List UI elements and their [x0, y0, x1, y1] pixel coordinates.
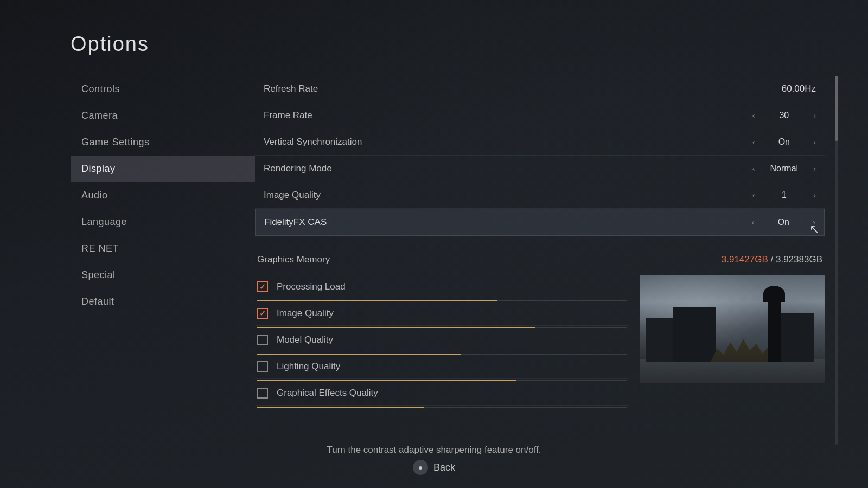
preview-image [640, 275, 825, 383]
fidelityfx-cas-value: On [762, 217, 805, 227]
sidebar-item-default[interactable]: Default [71, 288, 255, 315]
checkbox-lighting-quality[interactable] [257, 361, 268, 372]
vegetation [711, 329, 776, 362]
bar-container-image-quality [255, 327, 629, 328]
checkbox-graphical-effects[interactable] [257, 388, 268, 399]
vertical-sync-row: Vertical Synchronization ‹ On › [255, 129, 825, 156]
sidebar-item-controls[interactable]: Controls [71, 76, 255, 102]
bar-container-processing-load [255, 300, 629, 301]
checkbox-model-quality[interactable] [257, 335, 268, 345]
vertical-sync-control: ‹ On › [707, 137, 816, 147]
sidebar-item-camera[interactable]: Camera [71, 102, 255, 129]
graphics-memory-row: Graphics Memory 3.91427GB / 3.92383GB [255, 249, 825, 271]
sidebar-item-audio[interactable]: Audio [71, 182, 255, 209]
checkbox-image-quality[interactable] [257, 308, 268, 319]
frame-rate-control: ‹ 30 › [707, 111, 816, 120]
bar-container-graphical-effects [255, 407, 629, 408]
checkbox-row-model-quality[interactable]: Model Quality [255, 328, 629, 352]
rendering-mode-row: Rendering Mode ‹ Normal › [255, 156, 825, 182]
sidebar-item-display[interactable]: Display [71, 156, 255, 182]
figure-silhouette [768, 297, 781, 362]
frame-rate-left-chevron[interactable]: ‹ [752, 111, 755, 120]
checkbox-processing-load[interactable] [257, 281, 268, 292]
vertical-sync-value: On [762, 137, 806, 147]
image-quality-label: Image Quality [264, 190, 707, 201]
memory-used: 3.91427GB [722, 254, 768, 265]
memory-separator: / [771, 254, 776, 265]
sidebar-item-re-net[interactable]: RE NET [71, 235, 255, 262]
checkbox-row-graphical-effects[interactable]: Graphical Effects Quality [255, 381, 629, 406]
checkbox-row-lighting-quality[interactable]: Lighting Quality [255, 355, 629, 379]
sidebar-item-game-settings[interactable]: Game Settings [71, 129, 255, 156]
checkbox-label-lighting-quality: Lighting Quality [277, 361, 627, 372]
vertical-sync-left-chevron[interactable]: ‹ [752, 138, 755, 146]
sidebar-item-language[interactable]: Language [71, 209, 255, 235]
sidebar-item-special[interactable]: Special [71, 262, 255, 288]
checkbox-row-image-quality[interactable]: Image Quality [255, 301, 629, 326]
bar-container-lighting-quality [255, 380, 629, 381]
fidelityfx-cas-left-chevron[interactable]: ‹ [752, 218, 755, 227]
fidelityfx-cas-control: ‹ On › [707, 217, 815, 227]
image-quality-right-chevron[interactable]: › [813, 191, 816, 200]
rendering-mode-left-chevron[interactable]: ‹ [752, 164, 755, 173]
checkbox-section: Processing LoadImage QualityModel Qualit… [255, 275, 825, 408]
rendering-mode-value: Normal [762, 164, 806, 174]
frame-rate-label: Frame Rate [264, 110, 707, 121]
settings-section: Refresh Rate 60.00Hz Frame Rate ‹ 30 › V… [255, 76, 825, 236]
frame-rate-value: 30 [762, 111, 806, 120]
ground [640, 359, 825, 383]
fidelityfx-cas-row: FidelityFX CAS ‹ On › [255, 209, 825, 236]
sidebar: Controls Camera Game Settings Display Au… [71, 76, 255, 488]
main-content: Refresh Rate 60.00Hz Frame Rate ‹ 30 › V… [255, 76, 868, 488]
graphics-memory-label: Graphics Memory [257, 254, 330, 265]
checkbox-row-processing-load[interactable]: Processing Load [255, 275, 629, 299]
refresh-rate-label: Refresh Rate [264, 84, 782, 94]
preview-scene [640, 275, 825, 383]
vertical-sync-right-chevron[interactable]: › [813, 138, 816, 146]
memory-values: 3.91427GB / 3.92383GB [722, 254, 822, 265]
rendering-mode-label: Rendering Mode [264, 163, 707, 174]
refresh-rate-row: Refresh Rate 60.00Hz [255, 76, 825, 102]
refresh-rate-value: 60.00Hz [782, 84, 816, 94]
graphics-section: Graphics Memory 3.91427GB / 3.92383GB Pr… [255, 249, 825, 408]
checkbox-label-image-quality: Image Quality [277, 308, 627, 319]
bar-container-model-quality [255, 354, 629, 355]
rendering-mode-control: ‹ Normal › [707, 164, 816, 174]
image-quality-value: 1 [762, 190, 806, 200]
frame-rate-row: Frame Rate ‹ 30 › [255, 102, 825, 129]
building-2 [673, 307, 716, 362]
image-quality-left-chevron[interactable]: ‹ [752, 191, 755, 200]
rendering-mode-right-chevron[interactable]: › [813, 164, 816, 173]
image-quality-control: ‹ 1 › [707, 190, 816, 200]
image-quality-row: Image Quality ‹ 1 › [255, 182, 825, 209]
building-3 [776, 313, 814, 362]
frame-rate-right-chevron[interactable]: › [813, 111, 816, 120]
checkbox-label-processing-load: Processing Load [277, 281, 627, 292]
checkbox-list: Processing LoadImage QualityModel Qualit… [255, 275, 629, 408]
fidelityfx-cas-label: FidelityFX CAS [264, 217, 707, 228]
checkbox-label-graphical-effects: Graphical Effects Quality [277, 388, 627, 399]
memory-total: 3.92383GB [776, 254, 822, 265]
cursor: ↖ [809, 222, 819, 236]
vertical-sync-label: Vertical Synchronization [264, 137, 707, 147]
checkbox-label-model-quality: Model Quality [277, 335, 627, 345]
